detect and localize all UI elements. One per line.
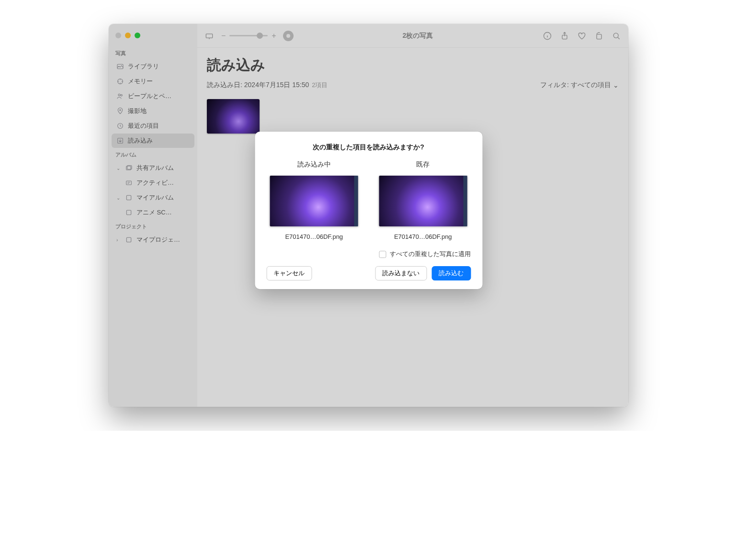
album-icon xyxy=(125,209,133,216)
info-icon[interactable] xyxy=(542,31,553,41)
svg-rect-13 xyxy=(206,34,212,37)
memories-icon xyxy=(116,78,124,85)
minimize-window-button[interactable] xyxy=(125,33,131,38)
chevron-down-icon: ⌄ xyxy=(613,81,619,89)
import-date-label: 読み込み日: 2024年7月15日 15:50 xyxy=(207,81,309,90)
svg-rect-16 xyxy=(597,34,601,39)
zoom-minus-icon[interactable]: − xyxy=(221,32,226,40)
clock-icon xyxy=(116,122,124,130)
dont-import-button[interactable]: 読み込まない xyxy=(375,266,427,280)
toolbar-title: 2枚の写真 xyxy=(402,32,433,40)
existing-filename: E701470…06DF.png xyxy=(394,233,452,240)
svg-rect-11 xyxy=(126,210,131,214)
duplicate-import-dialog: 次の重複した項目を読み込みますか? 読み込み中 E701470…06DF.png… xyxy=(255,132,482,289)
maximize-window-button[interactable] xyxy=(135,33,140,38)
existing-column: 既存 E701470…06DF.png xyxy=(375,160,471,240)
sidebar-item-label: マイプロジェ… xyxy=(136,235,190,244)
filter-dropdown[interactable]: フィルタ: すべての項目 ⌄ xyxy=(540,81,619,90)
importing-filename: E701470…06DF.png xyxy=(285,233,343,240)
importing-column: 読み込み中 E701470…06DF.png xyxy=(266,160,362,240)
search-icon[interactable] xyxy=(611,31,622,41)
import-button[interactable]: 読み込む xyxy=(431,266,471,280)
svg-point-2 xyxy=(118,94,120,96)
sidebar-item-places[interactable]: 撮影地 xyxy=(112,104,194,118)
toolbar: − + 2枚の写真 xyxy=(197,24,628,48)
svg-point-3 xyxy=(121,94,122,96)
svg-point-4 xyxy=(120,110,121,111)
dialog-title: 次の重複した項目を読み込みますか? xyxy=(266,143,471,152)
chevron-down-icon[interactable]: ⌄ xyxy=(116,166,121,171)
places-icon xyxy=(116,107,124,115)
svg-rect-9 xyxy=(126,181,132,185)
sidebar-item-people[interactable]: ピープルとペ… xyxy=(112,89,194,103)
apply-all-label: すべての重複した写真に適用 xyxy=(390,250,471,258)
column-title-importing: 読み込み中 xyxy=(297,160,331,169)
aspect-ratio-icon[interactable] xyxy=(204,31,215,41)
live-toggle-icon[interactable] xyxy=(283,31,294,41)
sidebar-item-label: アニメ SC… xyxy=(136,208,190,217)
sidebar-item-label: 共有アルバム xyxy=(136,164,190,172)
cancel-button[interactable]: キャンセル xyxy=(266,266,312,280)
shared-album-icon xyxy=(125,164,133,172)
sidebar-item-shared-albums[interactable]: ⌄ 共有アルバム xyxy=(112,161,194,175)
project-icon xyxy=(125,236,133,244)
share-icon[interactable] xyxy=(559,31,570,41)
item-count: 2項目 xyxy=(312,81,328,90)
sidebar-item-label: ライブラリ xyxy=(128,62,190,71)
import-subheader: 読み込み日: 2024年7月15日 15:50 2項目 フィルタ: すべての項目… xyxy=(207,81,619,90)
dialog-button-row: キャンセル 読み込まない 読み込む xyxy=(266,266,471,280)
zoom-slider[interactable]: − + xyxy=(221,32,276,40)
section-title-projects: プロジェクト xyxy=(109,220,197,232)
sidebar-item-label: アクティビ… xyxy=(136,179,190,187)
album-icon xyxy=(125,194,133,202)
chevron-down-icon[interactable]: ⌄ xyxy=(116,195,121,201)
filter-value: すべての項目 xyxy=(571,81,611,90)
sidebar-item-activity[interactable]: アクティビ… xyxy=(112,176,194,190)
close-window-button[interactable] xyxy=(115,33,121,38)
existing-thumbnail xyxy=(379,176,467,226)
sidebar-item-library[interactable]: ライブラリ xyxy=(112,59,194,74)
importing-thumbnail xyxy=(270,176,358,226)
sidebar-item-my-projects[interactable]: › マイプロジェ… xyxy=(112,233,194,247)
zoom-plus-icon[interactable]: + xyxy=(272,32,276,40)
svg-rect-10 xyxy=(126,195,131,200)
content-area: 読み込み 読み込み日: 2024年7月15日 15:50 2項目 フィルタ: す… xyxy=(197,48,628,141)
filter-label: フィルタ: xyxy=(540,81,569,90)
sidebar-item-label: 最近の項目 xyxy=(128,122,190,130)
import-icon xyxy=(116,137,124,145)
sidebar: 写真 ライブラリ メモリー ピープルとペ… 撮影地 最近の項目 読み込み アルバ… xyxy=(109,24,197,407)
activity-icon xyxy=(125,179,133,187)
section-title-albums: アルバム xyxy=(109,148,197,160)
favorite-icon[interactable] xyxy=(577,31,587,41)
svg-point-17 xyxy=(613,33,618,38)
sidebar-item-label: メモリー xyxy=(128,77,190,86)
sidebar-item-anime-sc[interactable]: アニメ SC… xyxy=(112,205,194,220)
sidebar-item-label: 撮影地 xyxy=(128,107,190,115)
sidebar-item-recents[interactable]: 最近の項目 xyxy=(112,119,194,133)
apply-all-row: すべての重複した写真に適用 xyxy=(266,250,471,258)
library-icon xyxy=(116,63,124,70)
section-title-photos: 写真 xyxy=(109,47,197,59)
photos-app-window: 写真 ライブラリ メモリー ピープルとペ… 撮影地 最近の項目 読み込み アルバ… xyxy=(109,24,628,407)
photo-thumbnail[interactable] xyxy=(207,99,260,134)
chevron-right-icon[interactable]: › xyxy=(116,237,121,243)
window-controls xyxy=(109,30,197,47)
rotate-icon[interactable] xyxy=(594,31,604,41)
sidebar-item-label: マイアルバム xyxy=(136,193,190,202)
sidebar-item-import[interactable]: 読み込み xyxy=(112,134,194,148)
compare-row: 読み込み中 E701470…06DF.png 既存 E701470…06DF.p… xyxy=(266,160,471,240)
sidebar-item-my-albums[interactable]: ⌄ マイアルバム xyxy=(112,190,194,205)
svg-rect-12 xyxy=(126,237,131,242)
apply-all-checkbox[interactable] xyxy=(379,251,386,258)
page-title: 読み込み xyxy=(207,56,619,75)
column-title-existing: 既存 xyxy=(416,160,430,169)
people-icon xyxy=(116,92,124,100)
sidebar-item-memories[interactable]: メモリー xyxy=(112,74,194,89)
sidebar-item-label: 読み込み xyxy=(128,136,190,145)
sidebar-item-label: ピープルとペ… xyxy=(128,92,190,101)
